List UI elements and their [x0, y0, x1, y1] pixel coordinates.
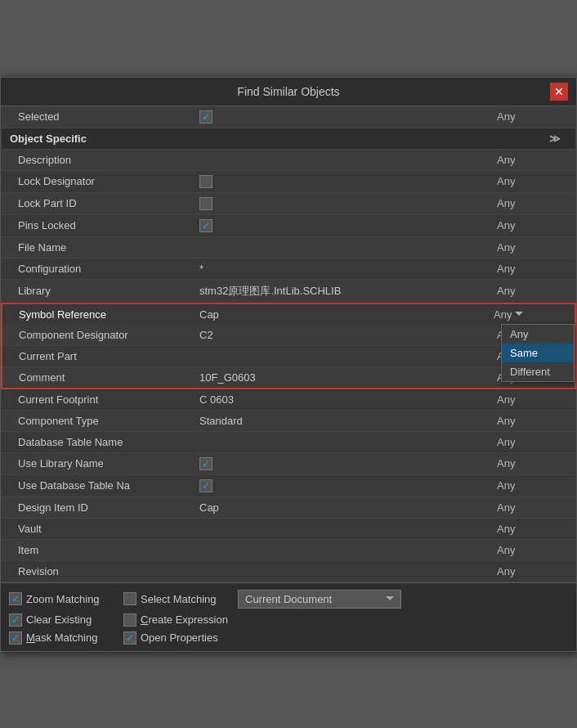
footer: ✓ Zoom Matching Select Matching Current … [1, 582, 576, 651]
clear-existing-option[interactable]: ✓ Clear Existing [9, 613, 115, 627]
table-row: Current Footprint C 0603 Any [2, 389, 575, 411]
row-label: Current Part [2, 345, 193, 366]
row-any: Any [490, 279, 575, 303]
table-row: Pins Locked ✓ Any [2, 214, 575, 236]
zoom-matching-option[interactable]: ✓ Zoom Matching [9, 592, 115, 605]
find-similar-dialog: Find Similar Objects ✕ Selected ✓ Any Ob… [0, 77, 577, 652]
properties-table: Selected ✓ Any Object Specific ≫ Descrip… [1, 106, 576, 582]
row-value [193, 560, 490, 582]
document-scope-select[interactable]: Current Document [238, 590, 401, 609]
mask-matching-option[interactable]: ✓ Mask Matching [9, 631, 115, 645]
row-label: Lock Designator [2, 170, 193, 192]
use-library-name-checkbox[interactable]: ✓ [199, 457, 212, 470]
row-label: Use Database Table Na [2, 474, 193, 497]
row-label: Lock Part ID [2, 192, 193, 214]
pins-locked-checkbox[interactable]: ✓ [199, 219, 212, 232]
row-any: Any [490, 389, 575, 411]
dropdown-arrow-icon [515, 312, 523, 320]
dropdown-option-same[interactable]: Same [502, 344, 574, 362]
row-value: Cap [193, 303, 490, 325]
row-value: stm32原理图库.IntLib.SCHLIB [193, 279, 490, 303]
row-label: Pins Locked [2, 214, 193, 236]
table-row-component-designator: Component Designator C2 Any [2, 325, 575, 346]
row-value: * [193, 258, 490, 279]
table-row: Selected ✓ Any [2, 106, 575, 128]
open-properties-checkbox[interactable]: ✓ [123, 631, 136, 645]
mask-matching-label: Mask Matching [26, 631, 97, 644]
select-matching-checkbox[interactable] [123, 592, 136, 605]
row-any: Any [490, 474, 575, 497]
row-value: ✓ [193, 452, 490, 474]
row-label: Use Library Name [2, 452, 193, 474]
row-label: Component Designator [2, 325, 193, 346]
open-properties-option[interactable]: ✓ Open Properties [123, 631, 230, 645]
expand-icon[interactable]: ≫ [549, 133, 561, 145]
mask-matching-checkbox[interactable]: ✓ [9, 631, 22, 645]
dialog-title: Find Similar Objects [27, 85, 550, 98]
footer-row-2: ✓ Clear Existing Create Expression [9, 613, 568, 627]
selected-checkbox[interactable]: ✓ [199, 110, 212, 124]
section-label: Object Specific ≫ [2, 128, 575, 149]
table-row: Vault Any [2, 518, 575, 539]
footer-row-3: ✓ Mask Matching ✓ Open Properties [9, 631, 568, 645]
zoom-matching-checkbox[interactable]: ✓ [9, 592, 22, 605]
doc-select-arrow-icon [386, 596, 394, 604]
table-row-comment: Comment 10F_G0603 Any [2, 366, 575, 389]
table-row: Use Library Name ✓ Any [2, 452, 575, 474]
row-any: Any [490, 236, 575, 258]
table-row: Use Database Table Na ✓ Any [2, 474, 575, 497]
row-value [193, 236, 490, 258]
table-row-symbol-reference: Symbol Reference Cap Any Any Same Differ… [2, 303, 575, 325]
table-row: Database Table Name Any [2, 431, 575, 452]
use-db-table-checkbox[interactable]: ✓ [199, 479, 212, 492]
table-row: Revision Any [2, 560, 575, 582]
row-any: Any [490, 497, 575, 518]
table-row: Library stm32原理图库.IntLib.SCHLIB Any [2, 279, 575, 303]
table-row: Configuration * Any [2, 258, 575, 279]
dropdown-menu: Any Same Different [501, 324, 575, 382]
create-expression-label: Create Expression [141, 613, 228, 626]
row-any: Any [490, 214, 575, 236]
row-label: File Name [2, 236, 193, 258]
table-row: Item Any [2, 539, 575, 560]
row-any: Any [490, 192, 575, 214]
row-label: Database Table Name [2, 431, 193, 452]
row-any: Any [490, 518, 575, 539]
row-any: Any [490, 431, 575, 452]
row-label: Selected [2, 106, 193, 128]
row-value: C2 [193, 325, 490, 346]
table-row: File Name Any [2, 236, 575, 258]
zoom-matching-label: Zoom Matching [26, 593, 100, 605]
create-expression-checkbox[interactable] [123, 613, 136, 627]
select-matching-label: Select Matching [141, 593, 217, 605]
select-matching-option[interactable]: Select Matching [123, 592, 230, 605]
title-bar: Find Similar Objects ✕ [1, 78, 576, 106]
table-row: Lock Part ID ✓ Any [2, 192, 575, 214]
footer-row-1: ✓ Zoom Matching Select Matching Current … [9, 590, 568, 609]
row-label: Current Footprint [2, 389, 193, 411]
row-any: Any [490, 560, 575, 582]
row-label: Component Type [2, 410, 193, 431]
create-expression-option[interactable]: Create Expression [123, 613, 230, 627]
row-label: Description [2, 149, 193, 170]
row-label: Library [2, 279, 193, 303]
lock-designator-checkbox[interactable]: ✓ [199, 175, 212, 188]
row-value: ✓ [193, 192, 490, 214]
row-any: Any [490, 452, 575, 474]
row-value [193, 345, 490, 366]
clear-existing-label: Clear Existing [26, 613, 92, 626]
table-row: Lock Designator ✓ Any [2, 170, 575, 192]
any-dropdown-symbol[interactable]: Any [490, 304, 575, 325]
clear-existing-checkbox[interactable]: ✓ [9, 613, 22, 627]
row-value: ✓ [193, 474, 490, 497]
row-value [193, 539, 490, 560]
dropdown-option-any[interactable]: Any [502, 325, 574, 344]
lock-part-id-checkbox[interactable]: ✓ [199, 197, 212, 210]
row-value [193, 518, 490, 539]
row-any: Any [490, 258, 575, 279]
close-button[interactable]: ✕ [550, 83, 568, 101]
doc-select-value: Current Document [245, 593, 332, 605]
row-label: Configuration [2, 258, 193, 279]
dropdown-option-different[interactable]: Different [502, 362, 574, 381]
row-label: Item [2, 539, 193, 560]
